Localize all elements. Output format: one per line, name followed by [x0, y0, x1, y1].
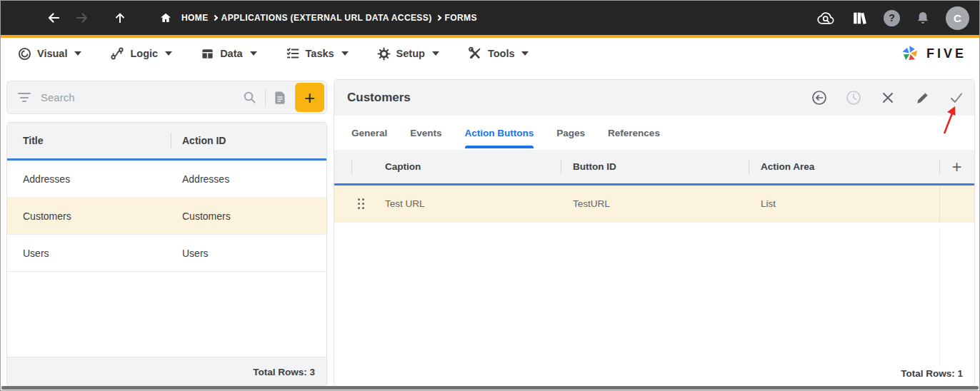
menu-visual[interactable]: Visual [18, 47, 81, 61]
visual-icon [18, 47, 31, 61]
dropdown-caret-icon [432, 51, 439, 56]
total-rows-label: Total Rows: 1 [901, 368, 963, 379]
cell-title: Customers [23, 210, 171, 222]
chevron-right-icon [435, 15, 441, 21]
column-header-caption[interactable]: Caption [351, 150, 561, 183]
chevron-right-icon [211, 15, 217, 21]
home-icon[interactable] [159, 11, 172, 24]
help-icon[interactable]: ? [884, 10, 900, 26]
detail-tabs: GeneralEventsAction ButtonsPagesReferenc… [334, 116, 974, 150]
top-navigation-bar: HOMEAPPLICATIONS (EXTERNAL URL DATA ACCE… [1, 1, 979, 35]
five-logo-pinwheel [899, 43, 921, 64]
add-record-button[interactable]: + [295, 83, 324, 112]
five-logo: FIVE [899, 43, 966, 64]
record-title: Customers [347, 91, 411, 105]
menu-logic[interactable]: Logic [110, 46, 172, 61]
main-menu-bar: Visual Logic Data Tasks [1, 38, 979, 69]
column-header-action-id[interactable]: Action ID [171, 135, 326, 146]
data-icon [201, 47, 214, 61]
column-header-title[interactable]: Title [23, 135, 171, 146]
tab-pages[interactable]: Pages [556, 116, 585, 150]
menu-setup[interactable]: Setup [377, 47, 439, 61]
column-divider [939, 228, 940, 365]
cell-action-area: List [749, 198, 939, 209]
breadcrumb-item[interactable]: HOME [181, 13, 209, 23]
menu-data[interactable]: Data [201, 47, 256, 61]
table-row[interactable]: AddressesAddresses [7, 161, 326, 198]
tab-action-buttons[interactable]: Action Buttons [465, 116, 534, 150]
filter-icon[interactable] [18, 93, 31, 102]
menu-tasks[interactable]: Tasks [286, 46, 349, 61]
cell-caption: Test URL [351, 186, 561, 222]
tools-icon [468, 46, 482, 61]
close-icon[interactable] [880, 90, 896, 106]
cell-action-id: Users [171, 248, 326, 259]
dropdown-caret-icon [250, 51, 257, 56]
dropdown-caret-icon [521, 51, 529, 56]
notifications-icon[interactable] [915, 10, 931, 26]
save-check-icon[interactable] [949, 90, 964, 106]
back-arrow-icon[interactable] [46, 11, 61, 25]
library-icon[interactable] [851, 9, 869, 27]
up-arrow-icon[interactable] [114, 11, 126, 24]
breadcrumb-item[interactable]: APPLICATIONS (EXTERNAL URL DATA ACCESS) [221, 13, 432, 23]
tab-events[interactable]: Events [410, 116, 441, 150]
drag-dots [358, 198, 364, 209]
application-window: HOMEAPPLICATIONS (EXTERNAL URL DATA ACCE… [0, 0, 980, 391]
menu-hamburger-icon[interactable] [14, 13, 28, 23]
column-header-action-area[interactable]: Action Area [749, 150, 939, 183]
cell-title: Addresses [23, 173, 171, 185]
detail-footer: Total Rows: 1 [901, 368, 963, 379]
detail-header: Customers [334, 80, 974, 116]
record-detail-panel: Customers GeneralEventsAction B [334, 79, 975, 387]
dropdown-caret-icon [74, 51, 81, 56]
search-icon[interactable] [243, 91, 257, 105]
records-list-panel: Title Action ID AddressesAddressesCustom… [6, 122, 327, 387]
buttons-table-body: Test URLTestURLList [334, 186, 974, 223]
add-action-button[interactable]: + [939, 150, 974, 183]
total-rows-label: Total Rows: 3 [253, 367, 315, 377]
cell-action-id: Customers [171, 210, 326, 222]
dropdown-caret-icon [341, 51, 349, 56]
buttons-table-header: Caption Button ID Action Area + [334, 150, 974, 186]
logic-icon [110, 46, 124, 61]
setup-icon [377, 47, 391, 61]
tasks-icon [286, 46, 300, 61]
column-header-button-id[interactable]: Button ID [561, 150, 749, 183]
tab-references[interactable]: References [608, 116, 660, 150]
forward-arrow-icon[interactable] [75, 11, 89, 25]
cell-title: Users [23, 248, 171, 259]
dropdown-caret-icon [165, 51, 172, 56]
back-circle-icon[interactable] [811, 90, 827, 106]
cell-button-id: TestURL [561, 198, 749, 209]
list-footer: Total Rows: 3 [7, 357, 326, 386]
menu-tools[interactable]: Tools [468, 46, 529, 61]
table-row[interactable]: CustomersCustomers [7, 198, 326, 235]
topbar-right-icons: ? C [816, 6, 969, 30]
breadcrumb-item[interactable]: FORMS [445, 13, 477, 23]
tab-general[interactable]: General [351, 116, 387, 150]
avatar[interactable]: C [946, 6, 969, 30]
brand-text: FIVE [926, 46, 966, 61]
list-header-row: Title Action ID [7, 123, 326, 161]
table-row[interactable]: Test URLTestURLList [334, 186, 974, 223]
row-gutter [939, 186, 974, 222]
search-input[interactable] [41, 91, 243, 103]
edit-icon[interactable] [914, 90, 930, 106]
cell-action-id: Addresses [171, 173, 326, 185]
search-bar: + [6, 81, 327, 114]
cell-caption-text: Test URL [385, 198, 425, 209]
list-body: AddressesAddressesCustomersCustomersUser… [7, 161, 326, 272]
breadcrumb: HOMEAPPLICATIONS (EXTERNAL URL DATA ACCE… [159, 11, 477, 24]
history-icon[interactable] [846, 90, 861, 106]
divider [265, 88, 266, 107]
report-icon[interactable] [274, 91, 287, 105]
table-row[interactable]: UsersUsers [7, 235, 326, 272]
drag-handle-icon[interactable] [351, 186, 385, 222]
cloud-inspect-icon[interactable] [816, 9, 836, 28]
horizontal-scrollbar[interactable] [1, 386, 979, 390]
